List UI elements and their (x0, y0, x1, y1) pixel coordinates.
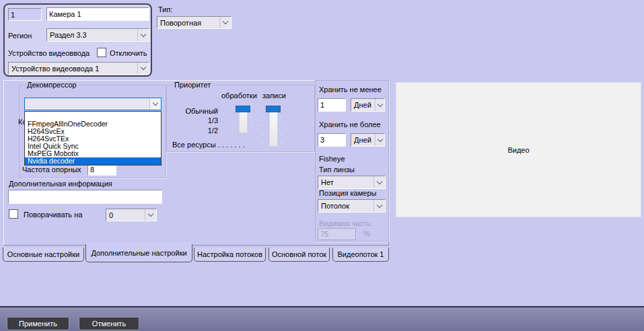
chevron-down-icon (153, 100, 158, 106)
chevron-down-icon (223, 19, 228, 24)
slider-ticks (261, 108, 264, 147)
camera-position-select[interactable]: Потолок (318, 199, 386, 213)
store-min-label: Хранить не менее (319, 85, 382, 94)
camera-number-field[interactable] (8, 8, 42, 21)
chevron-down-icon (141, 65, 146, 70)
tab-stream-configuration[interactable]: Настройка потоков (194, 248, 266, 262)
region-label: Регион (8, 32, 32, 40)
processing-priority-slider-handle[interactable] (236, 106, 250, 112)
type-select[interactable]: Поворотная (157, 16, 231, 29)
priority-row-all-resources: Все ресурсы . . . . . . . (172, 141, 244, 149)
lens-type-label: Тип линзы (319, 166, 355, 174)
extra-info-field[interactable] (8, 190, 162, 204)
chevron-down-icon (377, 136, 382, 141)
visible-part-label: Видимая часть: (319, 219, 373, 227)
camera-id-panel: Регион Раздел 3.3 Устройство видеоввода … (3, 3, 152, 77)
decompressor-group-title: Декомпрессор (25, 81, 79, 89)
store-max-field[interactable] (318, 133, 346, 147)
disable-checkbox[interactable] (97, 48, 106, 57)
recording-column-label: записи (262, 91, 286, 100)
disable-label: Отключить (110, 49, 147, 57)
type-label: Тип: (158, 5, 172, 13)
priority-row-one-third: 1/3 (167, 116, 218, 124)
rotate-checkbox[interactable] (9, 209, 18, 219)
tab-main-stream[interactable]: Основной поток (269, 248, 330, 262)
video-device-label: Устройство видеоввода (8, 49, 90, 57)
chevron-down-icon (141, 31, 146, 36)
fisheye-title: Fisheye (319, 155, 345, 163)
video-preview-pane: Видео (396, 82, 641, 217)
lens-type-select[interactable]: Нет (318, 176, 386, 189)
store-min-unit-select[interactable]: Дней (351, 98, 385, 112)
decompressor-listbox[interactable]: FFmpegAllInOneDecoderH264SvcExH264SvcTEx… (24, 111, 162, 166)
footer-bar: Применить Отменить (0, 306, 644, 331)
priority-group-title: Приоритет (172, 81, 213, 89)
slider-ticks (280, 108, 283, 147)
store-max-label: Хранить не более (319, 120, 381, 128)
decompressor-option[interactable]: Nvidia decoder (25, 157, 161, 165)
decompressor-select[interactable] (24, 98, 162, 110)
priority-row-one-half: 1/2 (167, 126, 218, 135)
video-placeholder-label: Видео (507, 146, 529, 154)
store-max-unit-select[interactable]: Дней (351, 133, 385, 147)
percent-sign: % (363, 229, 370, 237)
chevron-down-icon (377, 101, 382, 106)
visible-part-field (318, 228, 356, 240)
priority-row-normal: Обычный (167, 107, 218, 115)
keyframe-rate-label: Частота опорных (22, 166, 81, 174)
extra-info-label: Дополнительная информация (9, 180, 112, 188)
slider-ticks (231, 108, 234, 133)
cancel-button[interactable]: Отменить (79, 317, 139, 330)
processing-column-label: обработки (221, 91, 257, 100)
tab-additional-settings[interactable]: Дополнительные настройки (85, 244, 192, 262)
apply-button[interactable]: Применить (7, 317, 69, 330)
store-min-field[interactable] (318, 98, 346, 112)
chevron-down-icon (148, 211, 153, 217)
tab-video-stream-1[interactable]: Видеопоток 1 (332, 248, 389, 262)
rotate-label: Поворачивать на (24, 211, 82, 219)
recording-priority-slider-handle[interactable] (266, 106, 281, 112)
region-select[interactable]: Раздел 3.3 (46, 28, 149, 42)
camera-settings-window: Регион Раздел 3.3 Устройство видеоввода … (0, 0, 644, 331)
camera-name-field[interactable] (46, 7, 149, 21)
camera-position-label: Позиция камеры (319, 189, 376, 197)
video-device-select[interactable]: Устройство видеоввода 1 (8, 62, 149, 75)
chevron-down-icon (377, 178, 382, 184)
tab-basic-settings[interactable]: Основные настройки (3, 248, 84, 262)
chevron-down-icon (377, 202, 382, 207)
rotate-angle-select[interactable]: 0 (106, 209, 157, 221)
